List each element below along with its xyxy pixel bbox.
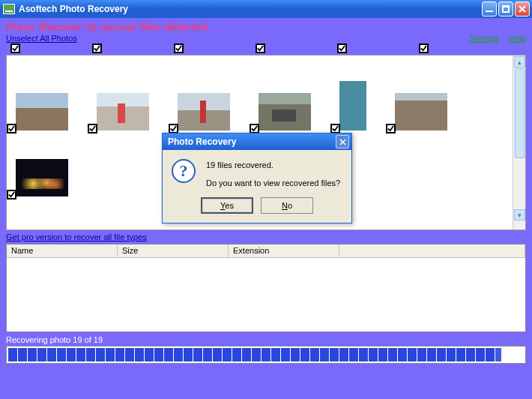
photo-checkbox[interactable] — [7, 124, 16, 134]
scroll-down-button[interactable]: ▾ — [514, 209, 525, 220]
dialog-close-button[interactable] — [336, 135, 349, 148]
dialog-body: ? 19 files recovered. Do you want to vie… — [163, 150, 351, 197]
maximize-button[interactable] — [498, 2, 513, 16]
close-button[interactable] — [515, 2, 530, 16]
yes-button[interactable]: Yes — [201, 197, 253, 214]
col-name[interactable]: Name — [7, 244, 118, 257]
window-title: Asoftech Photo Recovery — [19, 4, 128, 14]
photo-thumb[interactable] — [178, 93, 230, 130]
help-link[interactable]: Help — [509, 34, 526, 43]
titlebar: Asoftech Photo Recovery — [0, 0, 532, 18]
photo-thumb[interactable] — [395, 93, 447, 130]
photo-thumb[interactable] — [259, 93, 311, 130]
col-extension[interactable]: Extension — [229, 244, 339, 257]
dialog-line2: Do you want to view recovered files? — [206, 177, 340, 190]
window-controls — [482, 2, 530, 16]
status-text: Recovering photo 19 of 19 — [6, 332, 526, 346]
progress-bar — [6, 346, 526, 364]
scroll-thumb[interactable] — [515, 68, 525, 158]
dialog-buttons: Yes No — [163, 197, 351, 223]
dialog-text: 19 files recovered. Do you want to view … — [206, 159, 340, 190]
settings-link[interactable]: Settings — [469, 34, 499, 43]
grid-header: Name Size Extension — [7, 244, 525, 258]
app-window: Asoftech Photo Recovery Press 'Recover' … — [0, 0, 532, 399]
col-size[interactable]: Size — [118, 244, 229, 257]
top-checkbox-row — [6, 43, 526, 53]
pro-version-link[interactable]: Get pro version to recover all file type… — [6, 230, 526, 244]
dialog-titlebar: Photo Recovery — [163, 134, 351, 150]
app-icon — [3, 4, 15, 14]
checkbox[interactable] — [92, 44, 102, 53]
checkbox[interactable] — [256, 44, 265, 53]
photo-checkbox[interactable] — [7, 190, 16, 200]
photo-thumb[interactable] — [339, 93, 366, 130]
vertical-scrollbar[interactable]: ▴ ▾ — [513, 56, 525, 230]
checkbox[interactable] — [10, 44, 20, 53]
photo-thumb[interactable] — [97, 93, 149, 130]
minimize-button[interactable] — [482, 2, 497, 16]
photo-checkbox[interactable] — [88, 124, 97, 134]
photo-thumb[interactable] — [16, 159, 68, 196]
no-button[interactable]: No — [261, 197, 313, 214]
checkbox[interactable] — [419, 44, 429, 53]
checkbox[interactable] — [174, 44, 184, 53]
photo-thumb[interactable] — [16, 93, 68, 130]
question-icon: ? — [172, 159, 196, 183]
scroll-up-button[interactable]: ▴ — [514, 56, 525, 68]
instruction-text: Press 'Recover' to recover files detecte… — [6, 20, 526, 34]
file-grid: Name Size Extension — [6, 244, 526, 332]
col-blank — [339, 244, 525, 257]
unselect-all-link[interactable]: Unselect All Photos — [6, 34, 77, 43]
dialog-line1: 19 files recovered. — [206, 159, 340, 172]
dialog-title: Photo Recovery — [168, 136, 236, 147]
checkbox[interactable] — [337, 44, 347, 53]
photo-checkbox[interactable] — [386, 124, 396, 134]
link-bar: Unselect All Photos Settings Help — [6, 34, 526, 43]
recovery-dialog: Photo Recovery ? 19 files recovered. Do … — [162, 133, 352, 224]
